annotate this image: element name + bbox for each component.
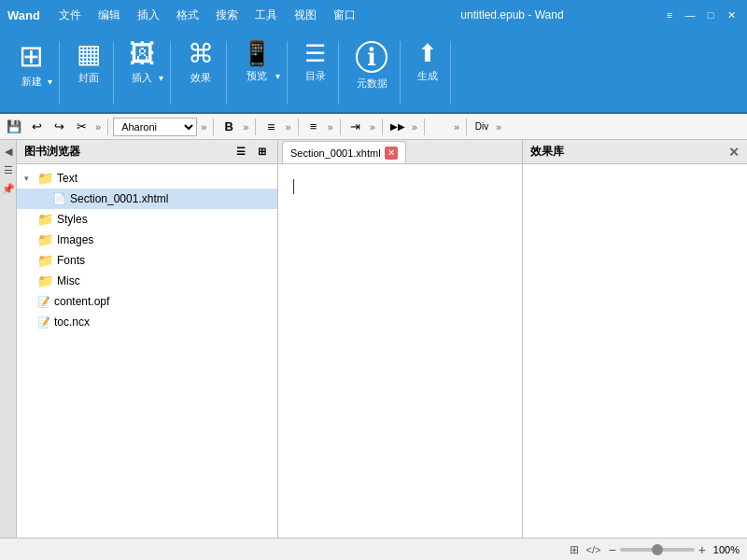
file-icon-toc: 📝 — [37, 316, 50, 329]
zoom-minus-button[interactable]: − — [608, 542, 615, 557]
undo-button[interactable]: ↩ — [26, 117, 47, 137]
cut-button[interactable]: ✂ — [71, 117, 92, 137]
new-dropdown-arrow[interactable]: ▾ — [48, 77, 52, 92]
metadata-button[interactable]: ℹ 元数据 — [350, 37, 393, 94]
tree-item-fonts-folder[interactable]: ▾ 📁 Fonts — [17, 250, 277, 271]
separator-3 — [255, 119, 256, 135]
menu-tools[interactable]: 工具 — [247, 6, 285, 25]
zoom-control: − + — [608, 542, 705, 557]
sidebar-pin-icon[interactable]: 📌 — [1, 181, 16, 196]
menu-file[interactable]: 文件 — [51, 6, 89, 25]
maximize-button[interactable]: □ — [702, 7, 719, 23]
toolbar-overflow-5[interactable]: » — [326, 121, 335, 133]
folder-icon-text: 📁 — [37, 171, 53, 186]
tree-item-text-folder[interactable]: ▾ 📁 Text — [17, 168, 277, 189]
tree-label-fonts: Fonts — [57, 254, 85, 267]
secondary-toolbar: 💾 ↩ ↪ ✂ » Aharoni » B » ≡ » ≡ » ⇥ » ▶▶ »… — [0, 114, 747, 140]
tree-item-images-folder[interactable]: ▾ 📁 Images — [17, 230, 277, 250]
toolbar-overflow-8[interactable]: » — [452, 121, 461, 133]
zoom-thumb — [652, 544, 663, 555]
tab-close-button[interactable]: ✕ — [385, 147, 398, 160]
toolbar-overflow-4[interactable]: » — [283, 121, 292, 133]
minimize-button[interactable]: — — [682, 7, 698, 23]
menu-format[interactable]: 格式 — [169, 6, 206, 25]
effects-panel: 效果库 ✕ — [523, 140, 747, 538]
redo-button[interactable]: ↪ — [49, 117, 69, 137]
sidebar-toggle: ◀ ☰ 📌 — [0, 140, 17, 538]
sidebar-list-icon[interactable]: ☰ — [1, 162, 16, 177]
toc-button[interactable]: ☰ 目录 — [299, 37, 331, 87]
align-button[interactable]: ≡ — [261, 117, 281, 137]
separator-5 — [340, 119, 341, 135]
grid-status-icon[interactable]: ⊞ — [570, 543, 579, 556]
ribbon-group-preview: 📱 预览 ▾ — [231, 34, 288, 112]
file-icon-section: 📄 — [52, 192, 66, 205]
status-grid: ⊞ — [570, 543, 579, 556]
hamburger-icon[interactable]: ≡ — [661, 7, 678, 23]
tree-label-opf: content.opf — [54, 295, 109, 308]
menu-view[interactable]: 视图 — [287, 6, 324, 25]
tree-item-styles-folder[interactable]: ▾ 📁 Styles — [17, 209, 277, 230]
editor-tab-section0001[interactable]: Section_0001.xhtml ✕ — [282, 141, 406, 163]
zoom-plus-button[interactable]: + — [698, 542, 706, 557]
tree-item-misc-folder[interactable]: ▾ 📁 Misc — [17, 271, 277, 291]
window-title: untitled.epub - Wand — [363, 8, 661, 21]
menu-window[interactable]: 窗口 — [326, 6, 363, 25]
toolbar-overflow-7[interactable]: » — [410, 121, 419, 133]
toolbar-overflow-3[interactable]: » — [241, 121, 250, 133]
separator-6 — [382, 119, 383, 135]
tree-item-toc-ncx[interactable]: ▾ 📝 toc.ncx — [17, 312, 277, 332]
main-area: ◀ ☰ 📌 图书浏览器 ☰ ⊞ ▾ 📁 Text ▾ 📄 Section_000… — [0, 140, 747, 538]
editor-tabs: Section_0001.xhtml ✕ — [278, 140, 522, 164]
cover-button[interactable]: ▦ 封面 — [71, 37, 106, 89]
ribbon-group-metadata: ℹ 元数据 — [343, 34, 401, 112]
menu-edit[interactable]: 编辑 — [91, 6, 128, 25]
folder-icon-fonts: 📁 — [37, 253, 53, 268]
browser-grid-view[interactable]: ⊞ — [253, 144, 270, 161]
toolbar-overflow-6[interactable]: » — [368, 121, 377, 133]
editor-content[interactable] — [278, 164, 522, 538]
bold-button[interactable]: B — [218, 117, 239, 137]
preview-button[interactable]: 📱 预览 ▾ — [238, 37, 280, 87]
tree-label-text: Text — [57, 172, 78, 185]
html-button[interactable] — [430, 117, 450, 137]
browser-title: 图书浏览器 — [24, 144, 233, 160]
insert-dropdown-arrow[interactable]: ▾ — [159, 73, 163, 89]
menu-search[interactable]: 搜索 — [208, 6, 246, 25]
tree-label-images: Images — [57, 233, 93, 246]
menu-insert[interactable]: 插入 — [130, 6, 167, 25]
separator-1 — [107, 119, 108, 135]
new-button[interactable]: ⊞ 新建 ▾ — [15, 37, 52, 92]
close-button[interactable]: ✕ — [723, 7, 740, 23]
preview-dropdown-arrow[interactable]: ▾ — [275, 71, 280, 87]
editor-panel: Section_0001.xhtml ✕ — [278, 140, 523, 538]
save-button[interactable]: 💾 — [4, 117, 24, 137]
indent-button[interactable]: ⇥ — [345, 117, 366, 137]
effects-button[interactable]: ⌘ 效果 — [182, 37, 219, 89]
file-tree: ▾ 📁 Text ▾ 📄 Section_0001.xhtml ▾ 📁 Styl… — [17, 164, 277, 538]
build-button[interactable]: ⬆ 生成 — [412, 37, 444, 87]
zoom-slider[interactable] — [620, 548, 695, 552]
separator-4 — [298, 119, 299, 135]
code-status-icon[interactable]: </> — [586, 544, 601, 555]
title-bar-controls: ≡ — □ ✕ — [661, 7, 740, 23]
toolbar-overflow-2[interactable]: » — [199, 121, 208, 133]
browser-header: 图书浏览器 ☰ ⊞ — [17, 140, 277, 164]
effects-close-button[interactable]: ✕ — [728, 145, 740, 160]
toolbar-overflow-1[interactable]: » — [93, 121, 103, 133]
tree-item-content-opf[interactable]: ▾ 📝 content.opf — [17, 291, 277, 312]
font-selector[interactable]: Aharoni — [113, 118, 197, 136]
more-button[interactable]: ▶▶ — [388, 117, 408, 137]
tree-item-section0001[interactable]: ▾ 📄 Section_0001.xhtml — [17, 189, 277, 209]
browser-list-view[interactable]: ☰ — [233, 144, 249, 161]
file-icon-opf: 📝 — [37, 296, 50, 308]
separator-2 — [213, 119, 214, 135]
list-button[interactable]: ≡ — [303, 117, 324, 137]
insert-button[interactable]: 🖼 插入 ▾ — [125, 37, 163, 89]
tree-label-toc: toc.ncx — [54, 315, 90, 329]
toggle-left-icon[interactable]: ◀ — [1, 144, 16, 159]
effects-title: 效果库 — [530, 144, 564, 160]
toolbar-overflow-9[interactable]: » — [494, 121, 503, 133]
div-button[interactable]: Div — [472, 117, 492, 137]
ribbon-group-effects: ⌘ 效果 — [175, 34, 227, 112]
